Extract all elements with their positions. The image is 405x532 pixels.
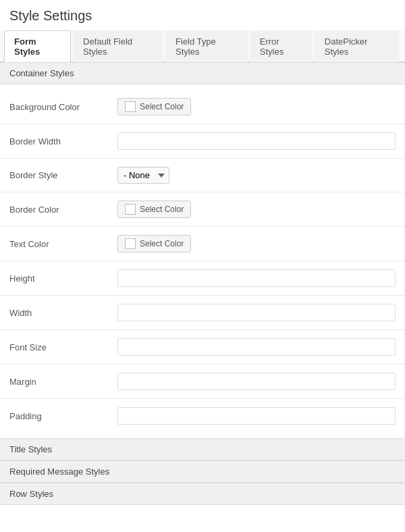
- divider-1: [0, 124, 405, 124]
- width-input[interactable]: [117, 304, 396, 321]
- section-container-styles[interactable]: Container Styles: [0, 62, 405, 84]
- control-background-color: Select Color: [117, 98, 396, 115]
- label-text-color: Text Color: [9, 239, 117, 249]
- section-row-styles[interactable]: Row Styles: [0, 483, 405, 505]
- tab-error-styles[interactable]: Error Styles: [250, 30, 313, 62]
- section-required-message-styles[interactable]: Required Message Styles: [0, 460, 405, 483]
- content-area: Container Styles Background Color Select…: [0, 62, 405, 505]
- divider-8: [0, 364, 405, 365]
- field-row-font-size: Font Size: [0, 331, 405, 363]
- background-color-button[interactable]: Select Color: [117, 98, 191, 115]
- control-border-style: - None Solid Dashed Dotted: [117, 167, 396, 184]
- label-border-color: Border Color: [9, 205, 117, 215]
- text-color-swatch: [125, 238, 136, 249]
- border-color-swatch: [125, 204, 136, 215]
- label-margin: Margin: [9, 377, 117, 387]
- control-text-color: Select Color: [117, 235, 396, 252]
- control-font-size: [117, 338, 396, 356]
- tab-form-styles[interactable]: Form Styles: [4, 30, 71, 62]
- control-border-width: [117, 132, 396, 150]
- margin-input[interactable]: [117, 373, 396, 390]
- label-background-color: Background Color: [9, 102, 117, 112]
- section-title-styles[interactable]: Title Styles: [0, 438, 405, 460]
- field-row-text-color: Text Color Select Color: [0, 228, 405, 259]
- divider-4: [0, 226, 405, 227]
- field-row-height: Height: [0, 263, 405, 294]
- divider-7: [0, 329, 405, 330]
- border-color-button[interactable]: Select Color: [117, 201, 191, 218]
- height-input[interactable]: [117, 269, 396, 287]
- field-row-width: Width: [0, 297, 405, 328]
- field-row-border-color: Border Color Select Color: [0, 194, 405, 225]
- label-height: Height: [9, 273, 117, 284]
- control-margin: [117, 373, 396, 390]
- label-font-size: Font Size: [9, 342, 117, 352]
- tab-datepicker-styles[interactable]: DatePicker Styles: [315, 30, 399, 62]
- field-row-padding: Padding: [0, 400, 405, 431]
- tab-field-type-styles[interactable]: Field Type Styles: [165, 30, 248, 62]
- container-styles-body: Background Color Select Color Border Wid…: [0, 84, 405, 438]
- label-padding: Padding: [9, 411, 117, 421]
- divider-2: [0, 158, 405, 159]
- label-width: Width: [9, 308, 117, 318]
- page-wrapper: Style Settings Form Styles Default Field…: [0, 0, 405, 532]
- field-row-background-color: Background Color Select Color: [0, 91, 405, 122]
- text-color-button[interactable]: Select Color: [117, 235, 191, 252]
- tab-default-field-styles[interactable]: Default Field Styles: [73, 30, 163, 62]
- control-width: [117, 304, 396, 321]
- padding-input[interactable]: [117, 407, 396, 425]
- control-border-color: Select Color: [117, 201, 396, 218]
- divider-6: [0, 295, 405, 296]
- control-padding: [117, 407, 396, 425]
- border-style-select[interactable]: - None Solid Dashed Dotted: [117, 167, 169, 184]
- control-height: [117, 269, 396, 287]
- font-size-input[interactable]: [117, 338, 396, 356]
- label-border-width: Border Width: [9, 136, 117, 147]
- divider-9: [0, 398, 405, 399]
- tabs-bar: Form Styles Default Field Styles Field T…: [0, 30, 405, 62]
- background-color-swatch: [125, 101, 136, 112]
- divider-3: [0, 192, 405, 192]
- divider-5: [0, 261, 405, 261]
- field-row-border-style: Border Style - None Solid Dashed Dotted: [0, 160, 405, 190]
- page-title: Style Settings: [0, 0, 405, 30]
- border-width-input[interactable]: [117, 132, 396, 150]
- field-row-border-width: Border Width: [0, 126, 405, 157]
- label-border-style: Border Style: [9, 170, 117, 180]
- field-row-margin: Margin: [0, 366, 405, 397]
